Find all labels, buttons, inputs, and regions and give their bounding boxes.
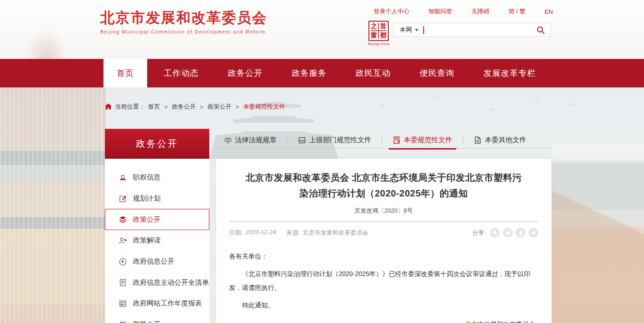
search-scope-label: 本网 <box>400 26 412 34</box>
nav-item-reform-special[interactable]: 发展改革专栏 <box>483 68 536 79</box>
breadcrumb-separator: > <box>200 104 204 110</box>
date-label: 日期: <box>229 229 243 237</box>
tab-commission-other-docs[interactable]: 本委其他文件 <box>467 132 533 149</box>
smart-qa-link[interactable]: 智能问答 <box>429 7 453 16</box>
search-bar: 本网 <box>394 23 551 37</box>
paragraph: 《北京市塑料污染治理行动计划（2020-2025年）》已经市委深改委第十四次会议… <box>229 267 538 294</box>
seal-caption: Beijing-China <box>368 42 389 46</box>
seal-char: 首 <box>379 22 388 31</box>
breadcrumb: 当前位置： 首页 > 政务公开 > 政策公开 > 本委规范性文件 <box>105 103 285 111</box>
nav-item-public-interaction[interactable]: 政民互动 <box>356 68 391 79</box>
tab-commission-normative-docs[interactable]: 本委规范性文件 <box>386 132 459 149</box>
tab-divider <box>382 136 382 144</box>
tab-label: 本委规范性文件 <box>404 136 452 144</box>
nav-item-convenience-query[interactable]: 便民查询 <box>420 68 454 79</box>
nav-item-work-news[interactable]: 工作动态 <box>164 68 199 79</box>
sidebar-item-website-annual-report[interactable]: 政府网站工作年度报表 <box>105 293 209 314</box>
breadcrumb-label: 当前位置： <box>115 103 145 111</box>
wechat-share-icon[interactable] <box>490 228 500 237</box>
content-tabs: 法律法规规章 上级部门规范性文件 本委规范性文件 本委其他文件 <box>216 132 551 149</box>
source-value: 北京市发展和改革委员会 <box>303 229 368 237</box>
bird-mark <box>490 110 495 113</box>
login-link[interactable]: 登录个人中心 <box>374 7 409 16</box>
site-logo[interactable]: 北京市发展和改革委员会 Beijing Municipal Commission… <box>100 10 267 35</box>
source-label: 来源: <box>286 229 300 237</box>
sidebar-header: 政务公开 <box>105 129 209 159</box>
breadcrumb-separator: > <box>236 104 239 110</box>
share-label: 分享: <box>472 229 486 237</box>
sidebar-item-authority-info[interactable]: 职权信息 <box>105 167 209 188</box>
pen-square-icon <box>119 195 127 203</box>
article-meta: 日期: 2020-12-24 来源: 北京市发展和改革委员会 分享: <box>229 228 538 237</box>
english-link[interactable]: EN <box>545 8 553 15</box>
sidebar-item-label: 政策公开 <box>133 215 161 224</box>
sidebar-item-policy-disclosure[interactable]: 政策公开 <box>105 209 209 230</box>
accessibility-link[interactable]: 无障碍 <box>472 7 489 16</box>
bird-mark <box>534 97 539 101</box>
doc-red-icon <box>393 136 401 144</box>
person-chat-icon <box>119 236 127 245</box>
seal-char: 之 <box>369 22 379 31</box>
nav-item-gov-disclosure[interactable]: 政务公开 <box>228 68 263 79</box>
site-header: 北京市发展和改革委员会 Beijing Municipal Commission… <box>0 0 644 59</box>
weibo-share-icon[interactable] <box>503 228 512 237</box>
nav-item-gov-services[interactable]: 政务服务 <box>292 68 327 79</box>
report-icon <box>119 300 127 308</box>
seal-char: 都 <box>379 31 388 40</box>
document-icon <box>119 278 127 287</box>
tab-label: 本委其他文件 <box>485 136 526 144</box>
utility-links: 登录个人中心 智能问答 无障碍 简 / 繁 EN <box>374 7 553 16</box>
search-icon[interactable] <box>536 26 545 35</box>
breadcrumb-gov-disclosure[interactable]: 政务公开 <box>172 103 196 111</box>
article-title: 北京市发展和改革委员会 北京市生态环境局关于印发北京市塑料污染治理行动计划（20… <box>229 170 538 201</box>
simplified-traditional-link[interactable]: 简 / 繁 <box>509 7 526 16</box>
sidebar-item-label: 政府信息主动公开全清单 <box>133 278 209 287</box>
compass-icon <box>119 258 127 266</box>
sidebar-item-label: 政府网站工作年度报表 <box>133 299 202 308</box>
sidebar-item-budget-disclosure[interactable]: 预算公开 <box>105 314 209 323</box>
star-share-icon[interactable] <box>529 228 538 237</box>
sidebar-item-label: 规划计划 <box>133 194 161 203</box>
capital-window-seal[interactable]: 之 首 窗 都 Beijing-China <box>368 21 389 46</box>
article-body: 各有关单位： 《北京市塑料污染治理行动计划（2020-2025年）》已经市委深改… <box>229 249 538 323</box>
home-icon <box>105 104 112 110</box>
sidebar-item-policy-interpretation[interactable]: 政策解读 <box>105 230 209 251</box>
grid-icon <box>119 321 127 323</box>
article-panel: 北京市发展和改革委员会 北京市生态环境局关于印发北京市塑料污染治理行动计划（20… <box>216 159 551 323</box>
main-nav: 首页 工作动态 政务公开 政务服务 政民互动 便民查询 发展改革专栏 <box>0 59 644 87</box>
search-input[interactable] <box>424 23 537 36</box>
site-title: 北京市发展和改革委员会 <box>100 10 267 26</box>
paragraph: 特此通知。 <box>229 298 538 312</box>
signature: 北京市发展和改革委员会 <box>229 317 538 323</box>
page: 北京市发展和改革委员会 Beijing Municipal Commission… <box>0 0 644 323</box>
site-subtitle: Beijing Municipal Commission of Developm… <box>100 29 267 35</box>
right-rooftop-image <box>552 87 644 323</box>
breadcrumb-home[interactable]: 首页 <box>148 103 160 111</box>
sidebar-item-label: 政府信息公开 <box>133 257 174 266</box>
sidebar-item-planning[interactable]: 规划计划 <box>105 188 209 209</box>
bird-mark <box>435 95 440 98</box>
salutation: 各有关单位： <box>229 249 538 263</box>
tab-superior-normative-docs[interactable]: 上级部门规范性文件 <box>291 132 378 149</box>
breadcrumb-current: 本委规范性文件 <box>243 103 285 111</box>
tab-divider <box>463 136 463 144</box>
scale-icon <box>224 136 232 144</box>
left-rooftop-image <box>0 87 106 323</box>
tab-label: 法律法规规章 <box>235 136 276 144</box>
share-bar: 分享: <box>472 228 538 237</box>
divider <box>229 221 538 222</box>
document-number: 京发改规〔2020〕8号 <box>229 207 538 215</box>
sidebar-item-gov-info-disclosure[interactable]: 政府信息公开 <box>105 251 209 272</box>
sidebar-menu: 职权信息 规划计划 政策公开 政策解读 政府信息公开 <box>105 159 209 323</box>
doc-icon <box>474 136 482 144</box>
qq-share-icon[interactable] <box>516 228 525 237</box>
breadcrumb-policy-disclosure[interactable]: 政策公开 <box>207 103 231 111</box>
sidebar-item-proactive-disclosure-list[interactable]: 政府信息主动公开全清单 <box>105 272 209 293</box>
tab-laws-regulations[interactable]: 法律法规规章 <box>216 132 283 149</box>
search-scope-dropdown[interactable]: 本网 <box>400 26 419 34</box>
sidebar-item-label: 政策解读 <box>133 236 161 245</box>
nav-item-home[interactable]: 首页 <box>104 59 147 87</box>
tab-label: 上级部门规范性文件 <box>309 136 371 144</box>
sidebar-title: 政务公开 <box>136 138 178 150</box>
sidebar-item-label: 职权信息 <box>133 173 161 182</box>
